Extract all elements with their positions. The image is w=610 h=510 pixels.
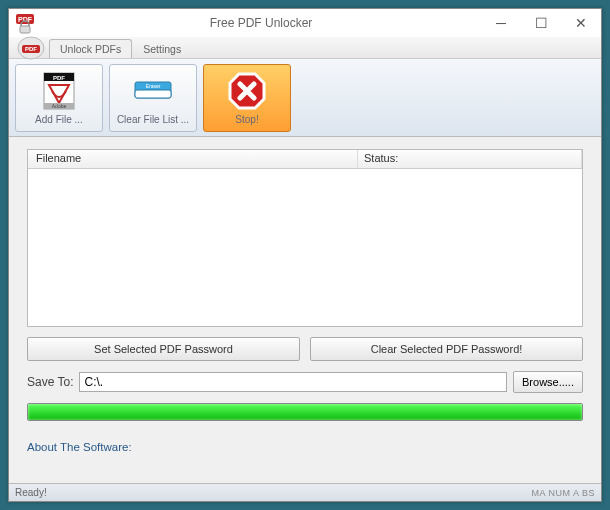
content-area: Filename Status: Set Selected PDF Passwo…	[9, 137, 601, 429]
clear-file-list-button[interactable]: Eraser Clear File List ...	[109, 64, 197, 132]
svg-text:PDF: PDF	[18, 16, 33, 23]
status-bar: Ready! MA NUM A BS	[9, 483, 601, 501]
progress-bar	[27, 403, 583, 421]
save-to-label: Save To:	[27, 375, 73, 389]
clear-list-label: Clear File List ...	[117, 114, 189, 125]
svg-rect-12	[135, 90, 171, 98]
status-ready: Ready!	[15, 487, 47, 498]
svg-text:Eraser: Eraser	[146, 83, 161, 89]
tab-settings[interactable]: Settings	[132, 39, 192, 58]
column-status[interactable]: Status:	[358, 150, 582, 168]
window-title: Free PDF Unlocker	[41, 16, 481, 30]
add-file-label: Add File ...	[35, 114, 83, 125]
svg-text:Adobe: Adobe	[52, 103, 67, 109]
save-to-input[interactable]	[79, 372, 507, 392]
pdf-document-icon: PDFAdobe	[35, 70, 83, 112]
clear-password-button[interactable]: Clear Selected PDF Password!	[310, 337, 583, 361]
list-header: Filename Status:	[28, 150, 582, 169]
stop-label: Stop!	[235, 114, 258, 125]
titlebar: PDF Free PDF Unlocker ─ ☐ ✕	[9, 9, 601, 37]
ribbon-pdf-icon: PDF	[13, 33, 49, 63]
about-link[interactable]: About The Software:	[27, 441, 583, 453]
browse-button[interactable]: Browse.....	[513, 371, 583, 393]
column-filename[interactable]: Filename	[28, 150, 358, 168]
stop-button[interactable]: Stop!	[203, 64, 291, 132]
tabs-row: PDF Unlock PDFs Settings	[9, 37, 601, 59]
file-list[interactable]: Filename Status:	[27, 149, 583, 327]
save-to-row: Save To: Browse.....	[27, 371, 583, 393]
minimize-button[interactable]: ─	[481, 9, 521, 37]
password-buttons-row: Set Selected PDF Password Clear Selected…	[27, 337, 583, 361]
window-controls: ─ ☐ ✕	[481, 9, 601, 37]
status-indicators: MA NUM A BS	[531, 488, 595, 498]
toolbar: PDFAdobe Add File ... Eraser Clear File …	[9, 59, 601, 137]
stop-icon	[223, 70, 271, 112]
set-password-button[interactable]: Set Selected PDF Password	[27, 337, 300, 361]
svg-text:PDF: PDF	[25, 46, 37, 52]
eraser-icon: Eraser	[129, 70, 177, 112]
app-window: PDF Free PDF Unlocker ─ ☐ ✕ PDF Unlock P…	[8, 8, 602, 502]
add-file-button[interactable]: PDFAdobe Add File ...	[15, 64, 103, 132]
tab-unlock-pdfs[interactable]: Unlock PDFs	[49, 39, 132, 58]
svg-rect-2	[20, 26, 30, 33]
close-button[interactable]: ✕	[561, 9, 601, 37]
progress-fill	[28, 404, 582, 420]
maximize-button[interactable]: ☐	[521, 9, 561, 37]
svg-text:PDF: PDF	[53, 75, 65, 81]
